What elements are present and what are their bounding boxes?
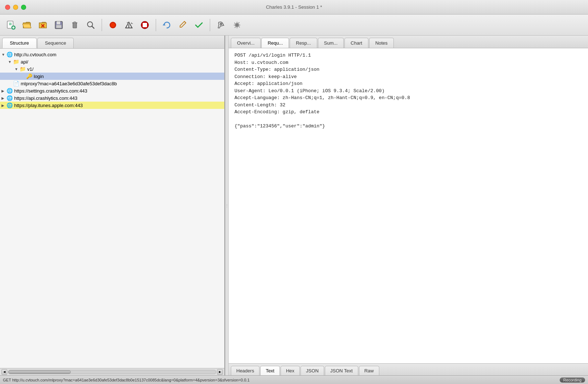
request-tab[interactable]: Requ... <box>261 38 289 48</box>
stop-button[interactable] <box>138 18 152 32</box>
recording-badge: Recording <box>560 377 585 383</box>
tree-label: http://u.cvtouch.com <box>14 52 56 57</box>
svg-rect-11 <box>73 23 77 28</box>
open-button[interactable] <box>20 18 34 32</box>
toolbar <box>0 15 588 36</box>
tree-item-v1[interactable]: ▼ 📁 v1/ <box>0 65 224 73</box>
right-top-tab-bar: Overvi... Requ... Resp... Sum... Chart N… <box>229 36 588 48</box>
record-button[interactable] <box>106 18 120 32</box>
left-scrollbar: ◀ ▶ <box>0 368 224 375</box>
throttle-button[interactable] <box>122 18 136 32</box>
tree-item-mlproxy[interactable]: 📄 mlproxy?mac=a641ae3e6d30afe53def3dac8b <box>0 80 224 87</box>
svg-line-17 <box>92 26 94 28</box>
svg-marker-23 <box>131 22 133 24</box>
expand-arrow: ▶ <box>1 103 7 107</box>
request-content: POST /api/v1/login HTTP/1.1 Host: u.cvto… <box>229 48 588 363</box>
statusbar: GET http://u.cvtouch.com/mlproxy?mac=a64… <box>0 375 588 384</box>
svg-marker-26 <box>163 24 166 25</box>
tools-button[interactable] <box>214 18 228 32</box>
tree-label: https://api.crashlytics.com:443 <box>14 95 77 101</box>
expand-arrow: ▶ <box>1 96 7 100</box>
edit-button[interactable] <box>176 18 190 32</box>
window-controls <box>5 5 26 10</box>
separator-2 <box>156 19 156 31</box>
right-panel: Overvi... Requ... Resp... Sum... Chart N… <box>229 36 588 375</box>
json-tab[interactable]: JSON <box>301 366 324 375</box>
chart-tab[interactable]: Chart <box>344 38 368 48</box>
bottom-tab-bar: Headers Text Hex JSON JSON Text Raw <box>229 363 588 375</box>
tree-item-crashlytics1[interactable]: ▶ 🌐 https://settings.crashlytics.com:443 <box>0 87 224 94</box>
tree-label: login <box>34 74 44 79</box>
svg-line-28 <box>184 21 186 23</box>
panel-divider[interactable]: ⋮ <box>225 36 229 375</box>
titlebar: Charles 3.9.1 - Session 1 * <box>0 0 588 15</box>
separator-1 <box>102 19 102 31</box>
find-button[interactable] <box>83 18 98 32</box>
main-content: Structure Sequence ▼ 🌐 http://u.cvtouch.… <box>0 36 588 375</box>
scroll-right-button[interactable]: ▶ <box>217 369 223 375</box>
expand-arrow: ▶ <box>1 89 7 93</box>
svg-point-29 <box>220 23 222 25</box>
expand-arrow: ▼ <box>1 53 7 57</box>
tree-item-api[interactable]: ▼ 📁 api/ <box>0 58 224 65</box>
expand-arrow: ▼ <box>15 67 20 71</box>
svg-rect-9 <box>57 21 60 24</box>
headers-tab[interactable]: Headers <box>231 366 260 375</box>
window-title: Charles 3.9.1 - Session 1 * <box>266 4 322 10</box>
scroll-left-button[interactable]: ◀ <box>1 369 7 375</box>
sequence-tab[interactable]: Sequence <box>37 38 74 48</box>
text-tab[interactable]: Text <box>260 366 280 375</box>
svg-point-30 <box>236 24 238 26</box>
tree-item-host1[interactable]: ▼ 🌐 http://u.cvtouch.com <box>0 51 224 58</box>
close-button[interactable] <box>36 18 50 32</box>
save-button[interactable] <box>52 18 66 32</box>
overview-tab[interactable]: Overvi... <box>231 38 261 48</box>
refresh-button[interactable] <box>160 18 174 32</box>
json-text-tab[interactable]: JSON Text <box>325 366 358 375</box>
check-button[interactable] <box>192 18 206 32</box>
svg-rect-13 <box>74 22 76 23</box>
trash-button[interactable] <box>68 18 82 32</box>
tree-label: mlproxy?mac=a641ae3e6d30afe53def3dac8b <box>21 81 117 86</box>
tree-area: ▼ 🌐 http://u.cvtouch.com ▼ 📁 api/ ▼ 📁 v1… <box>0 49 224 368</box>
tree-label: api/ <box>21 59 28 65</box>
scrollbar-thumb[interactable] <box>8 370 71 374</box>
svg-point-19 <box>111 23 115 27</box>
separator-3 <box>210 19 210 31</box>
svg-rect-10 <box>56 25 61 28</box>
minimize-window-button[interactable] <box>13 5 18 10</box>
tree-item-itunes[interactable]: ▶ 🌐 https://play.itunes.apple.com:443 <box>0 102 224 109</box>
tree-label: https://settings.crashlytics.com:443 <box>14 88 87 94</box>
response-tab[interactable]: Resp... <box>290 38 317 48</box>
summary-tab[interactable]: Sum... <box>318 38 344 48</box>
left-tab-bar: Structure Sequence <box>0 36 224 49</box>
scrollbar-track <box>8 370 216 374</box>
tree-label: https://play.itunes.apple.com:443 <box>14 103 83 108</box>
maximize-window-button[interactable] <box>21 5 26 10</box>
status-text: GET http://u.cvtouch.com/mlproxy?mac=a64… <box>3 378 250 382</box>
structure-tab[interactable]: Structure <box>2 38 37 48</box>
close-window-button[interactable] <box>5 5 10 10</box>
left-panel: Structure Sequence ▼ 🌐 http://u.cvtouch.… <box>0 36 225 375</box>
expand-arrow: ▼ <box>8 60 13 64</box>
tree-label: v1/ <box>27 66 33 72</box>
new-session-button[interactable] <box>4 18 18 32</box>
hex-tab[interactable]: Hex <box>281 366 300 375</box>
tree-item-login[interactable]: 🔑 login <box>0 73 224 80</box>
svg-rect-25 <box>143 23 147 27</box>
settings-button[interactable] <box>230 18 244 32</box>
tree-item-crashlytics2[interactable]: ▶ 🌐 https://api.crashlytics.com:443 <box>0 94 224 102</box>
notes-tab[interactable]: Notes <box>369 38 394 48</box>
raw-tab[interactable]: Raw <box>359 366 379 375</box>
